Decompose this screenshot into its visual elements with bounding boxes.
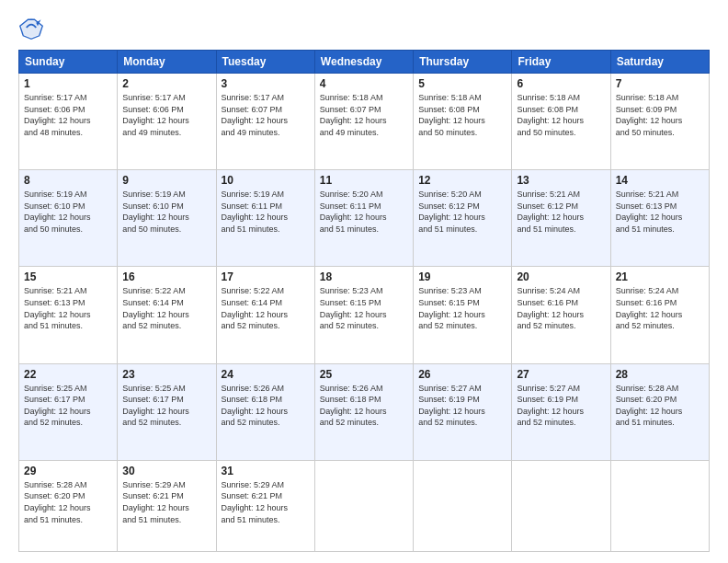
- table-row: 19Sunrise: 5:23 AM Sunset: 6:15 PM Dayli…: [414, 267, 512, 363]
- day-info: Sunrise: 5:18 AM Sunset: 6:09 PM Dayligh…: [616, 92, 704, 138]
- calendar-table: Sunday Monday Tuesday Wednesday Thursday…: [18, 50, 710, 552]
- day-info: Sunrise: 5:25 AM Sunset: 6:17 PM Dayligh…: [122, 383, 210, 429]
- day-number: 14: [616, 174, 704, 187]
- table-row: 2Sunrise: 5:17 AM Sunset: 6:06 PM Daylig…: [118, 74, 216, 170]
- svg-marker-0: [22, 18, 41, 38]
- day-info: Sunrise: 5:23 AM Sunset: 6:15 PM Dayligh…: [320, 285, 408, 331]
- table-row: 16Sunrise: 5:22 AM Sunset: 6:14 PM Dayli…: [118, 267, 216, 363]
- table-row: 26Sunrise: 5:27 AM Sunset: 6:19 PM Dayli…: [414, 363, 512, 460]
- table-row: [314, 460, 413, 551]
- day-info: Sunrise: 5:26 AM Sunset: 6:18 PM Dayligh…: [320, 383, 408, 429]
- day-number: 20: [517, 270, 605, 283]
- day-number: 26: [418, 368, 506, 381]
- week-row-2: 8Sunrise: 5:19 AM Sunset: 6:10 PM Daylig…: [19, 170, 710, 267]
- table-row: 15Sunrise: 5:21 AM Sunset: 6:13 PM Dayli…: [19, 267, 118, 363]
- day-info: Sunrise: 5:25 AM Sunset: 6:17 PM Dayligh…: [24, 383, 112, 429]
- page: Sunday Monday Tuesday Wednesday Thursday…: [0, 0, 728, 563]
- day-info: Sunrise: 5:29 AM Sunset: 6:21 PM Dayligh…: [122, 479, 210, 525]
- day-number: 2: [122, 77, 210, 90]
- day-number: 24: [222, 368, 310, 381]
- table-row: 7Sunrise: 5:18 AM Sunset: 6:09 PM Daylig…: [610, 74, 709, 170]
- week-row-4: 22Sunrise: 5:25 AM Sunset: 6:17 PM Dayli…: [19, 363, 710, 460]
- table-row: 4Sunrise: 5:18 AM Sunset: 6:07 PM Daylig…: [314, 74, 413, 170]
- day-number: 8: [24, 174, 112, 187]
- table-row: 11Sunrise: 5:20 AM Sunset: 6:11 PM Dayli…: [314, 170, 413, 267]
- table-row: 21Sunrise: 5:24 AM Sunset: 6:16 PM Dayli…: [610, 267, 709, 363]
- day-number: 10: [222, 174, 310, 187]
- day-number: 12: [418, 174, 506, 187]
- table-row: 18Sunrise: 5:23 AM Sunset: 6:15 PM Dayli…: [314, 267, 413, 363]
- week-row-1: 1Sunrise: 5:17 AM Sunset: 6:06 PM Daylig…: [19, 74, 710, 170]
- table-row: 3Sunrise: 5:17 AM Sunset: 6:07 PM Daylig…: [216, 74, 314, 170]
- table-row: 12Sunrise: 5:20 AM Sunset: 6:12 PM Dayli…: [414, 170, 512, 267]
- table-row: 14Sunrise: 5:21 AM Sunset: 6:13 PM Dayli…: [610, 170, 709, 267]
- day-number: 30: [122, 465, 210, 477]
- table-row: [512, 460, 610, 551]
- day-info: Sunrise: 5:17 AM Sunset: 6:06 PM Dayligh…: [122, 92, 210, 138]
- day-info: Sunrise: 5:21 AM Sunset: 6:13 PM Dayligh…: [24, 285, 112, 331]
- day-info: Sunrise: 5:22 AM Sunset: 6:14 PM Dayligh…: [122, 285, 210, 331]
- day-info: Sunrise: 5:18 AM Sunset: 6:08 PM Dayligh…: [418, 92, 506, 138]
- col-wednesday: Wednesday: [314, 51, 413, 74]
- day-number: 7: [616, 77, 704, 90]
- day-info: Sunrise: 5:26 AM Sunset: 6:18 PM Dayligh…: [222, 383, 310, 429]
- day-number: 22: [24, 368, 112, 381]
- table-row: 13Sunrise: 5:21 AM Sunset: 6:12 PM Dayli…: [512, 170, 610, 267]
- table-row: 6Sunrise: 5:18 AM Sunset: 6:08 PM Daylig…: [512, 74, 610, 170]
- day-info: Sunrise: 5:29 AM Sunset: 6:21 PM Dayligh…: [222, 479, 310, 525]
- week-row-3: 15Sunrise: 5:21 AM Sunset: 6:13 PM Dayli…: [19, 267, 710, 363]
- day-info: Sunrise: 5:20 AM Sunset: 6:12 PM Dayligh…: [418, 189, 506, 235]
- table-row: 28Sunrise: 5:28 AM Sunset: 6:20 PM Dayli…: [610, 363, 709, 460]
- day-number: 25: [320, 368, 408, 381]
- day-number: 11: [320, 174, 408, 187]
- day-info: Sunrise: 5:19 AM Sunset: 6:11 PM Dayligh…: [222, 189, 310, 235]
- header-row: Sunday Monday Tuesday Wednesday Thursday…: [19, 51, 710, 74]
- day-info: Sunrise: 5:18 AM Sunset: 6:08 PM Dayligh…: [517, 92, 605, 138]
- day-info: Sunrise: 5:27 AM Sunset: 6:19 PM Dayligh…: [418, 383, 506, 429]
- day-number: 17: [222, 270, 310, 283]
- day-number: 18: [320, 270, 408, 283]
- day-info: Sunrise: 5:17 AM Sunset: 6:07 PM Dayligh…: [222, 92, 310, 138]
- day-number: 19: [418, 270, 506, 283]
- day-number: 13: [517, 174, 605, 187]
- day-info: Sunrise: 5:22 AM Sunset: 6:14 PM Dayligh…: [222, 285, 310, 331]
- table-row: 1Sunrise: 5:17 AM Sunset: 6:06 PM Daylig…: [19, 74, 118, 170]
- logo-icon: [18, 15, 44, 40]
- day-info: Sunrise: 5:19 AM Sunset: 6:10 PM Dayligh…: [24, 189, 112, 235]
- day-info: Sunrise: 5:27 AM Sunset: 6:19 PM Dayligh…: [517, 383, 605, 429]
- day-number: 21: [616, 270, 704, 283]
- day-number: 1: [24, 77, 112, 90]
- col-tuesday: Tuesday: [216, 51, 314, 74]
- header: [18, 15, 710, 40]
- table-row: 9Sunrise: 5:19 AM Sunset: 6:10 PM Daylig…: [118, 170, 216, 267]
- day-number: 15: [24, 270, 112, 283]
- table-row: 24Sunrise: 5:26 AM Sunset: 6:18 PM Dayli…: [216, 363, 314, 460]
- day-number: 4: [320, 77, 408, 90]
- table-row: 8Sunrise: 5:19 AM Sunset: 6:10 PM Daylig…: [19, 170, 118, 267]
- table-row: 27Sunrise: 5:27 AM Sunset: 6:19 PM Dayli…: [512, 363, 610, 460]
- table-row: [610, 460, 709, 551]
- table-row: 31Sunrise: 5:29 AM Sunset: 6:21 PM Dayli…: [216, 460, 314, 551]
- day-info: Sunrise: 5:18 AM Sunset: 6:07 PM Dayligh…: [320, 92, 408, 138]
- table-row: 17Sunrise: 5:22 AM Sunset: 6:14 PM Dayli…: [216, 267, 314, 363]
- day-info: Sunrise: 5:24 AM Sunset: 6:16 PM Dayligh…: [616, 285, 704, 331]
- day-number: 9: [122, 174, 210, 187]
- table-row: [414, 460, 512, 551]
- table-row: 25Sunrise: 5:26 AM Sunset: 6:18 PM Dayli…: [314, 363, 413, 460]
- day-number: 31: [222, 465, 310, 477]
- table-row: 29Sunrise: 5:28 AM Sunset: 6:20 PM Dayli…: [19, 460, 118, 551]
- table-row: 20Sunrise: 5:24 AM Sunset: 6:16 PM Dayli…: [512, 267, 610, 363]
- day-info: Sunrise: 5:23 AM Sunset: 6:15 PM Dayligh…: [418, 285, 506, 331]
- day-info: Sunrise: 5:19 AM Sunset: 6:10 PM Dayligh…: [122, 189, 210, 235]
- day-number: 28: [616, 368, 704, 381]
- day-info: Sunrise: 5:17 AM Sunset: 6:06 PM Dayligh…: [24, 92, 112, 138]
- col-thursday: Thursday: [414, 51, 512, 74]
- table-row: 30Sunrise: 5:29 AM Sunset: 6:21 PM Dayli…: [118, 460, 216, 551]
- day-number: 5: [418, 77, 506, 90]
- col-sunday: Sunday: [19, 51, 118, 74]
- week-row-5: 29Sunrise: 5:28 AM Sunset: 6:20 PM Dayli…: [19, 460, 710, 551]
- day-info: Sunrise: 5:24 AM Sunset: 6:16 PM Dayligh…: [517, 285, 605, 331]
- day-number: 29: [24, 465, 112, 477]
- col-monday: Monday: [118, 51, 216, 74]
- col-friday: Friday: [512, 51, 610, 74]
